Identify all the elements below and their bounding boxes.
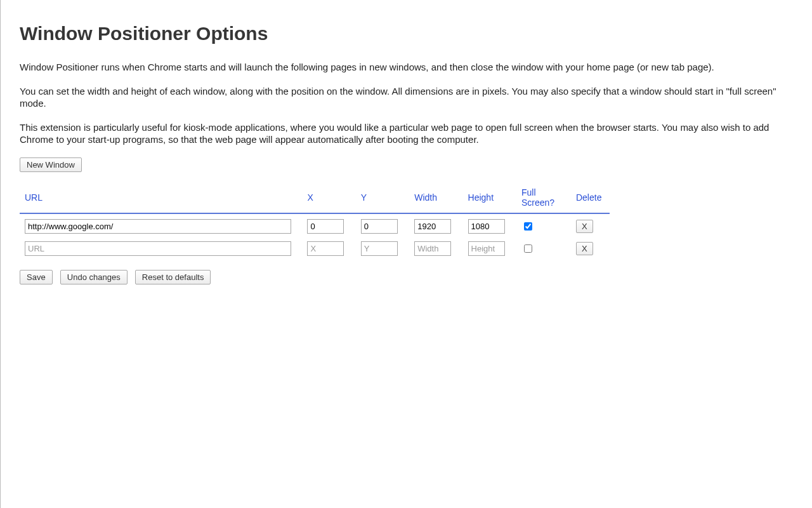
width-input[interactable] [414,219,451,234]
save-button[interactable]: Save [20,270,53,284]
col-header-delete: Delete [571,184,610,213]
intro-paragraph-2: You can set the width and height of each… [20,85,793,110]
width-input[interactable] [414,241,451,256]
x-input[interactable] [307,241,344,256]
x-input[interactable] [307,219,344,234]
page-title: Window Positioner Options [20,23,793,44]
table-row: X [20,236,610,258]
col-header-url: URL [20,184,302,213]
reset-button[interactable]: Reset to defaults [135,270,211,284]
fullscreen-checkbox[interactable] [524,244,532,253]
col-header-fullscreen: Full Screen? [516,184,571,213]
col-header-x: X [302,184,355,213]
height-input[interactable] [468,241,505,256]
undo-button[interactable]: Undo changes [60,270,128,284]
new-window-button[interactable]: New Window [20,157,82,172]
url-input[interactable] [25,219,291,234]
intro-paragraph-3: This extension is particularly useful fo… [20,121,793,146]
delete-row-button[interactable]: X [576,242,593,255]
col-header-y: Y [356,184,409,213]
fullscreen-checkbox[interactable] [524,222,532,231]
col-header-width: Width [409,184,462,213]
y-input[interactable] [361,241,398,256]
delete-row-button[interactable]: X [576,220,593,233]
windows-table: URL X Y Width Height Full Screen? Delete… [20,184,610,258]
intro-paragraph-1: Window Positioner runs when Chrome start… [20,61,793,74]
height-input[interactable] [468,219,505,234]
table-row: X [20,213,610,236]
url-input[interactable] [25,241,291,256]
y-input[interactable] [361,219,398,234]
col-header-height: Height [463,184,516,213]
